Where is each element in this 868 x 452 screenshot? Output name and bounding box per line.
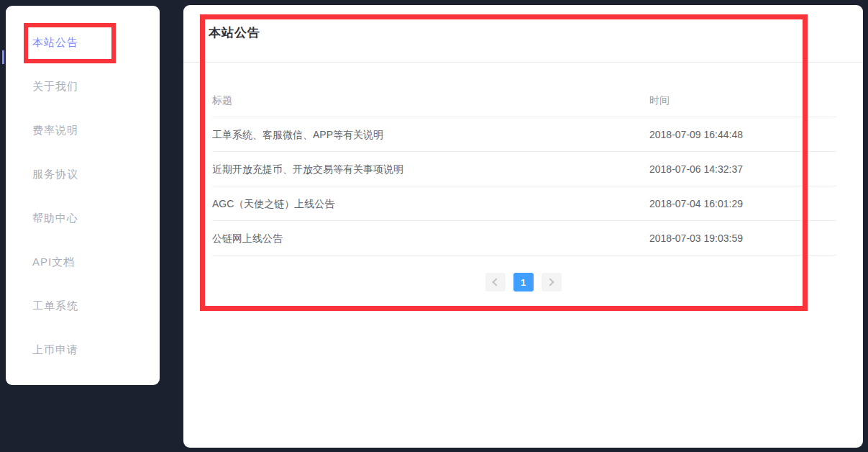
sidebar-item-label: 帮助中心 — [32, 212, 78, 224]
sidebar-item-label: 服务协议 — [32, 168, 78, 180]
column-header-time: 时间 — [649, 83, 836, 117]
sidebar-item-service-agreement[interactable]: 服务协议 — [6, 152, 160, 196]
page-title: 本站公告 — [209, 24, 260, 41]
column-header-title: 标题 — [212, 83, 649, 117]
page-number-button[interactable]: 1 — [513, 273, 534, 291]
pagination: 1 — [183, 273, 863, 291]
announcements-panel: 本站公告 标题 时间 工单系统、客服微信、APP等有关说明 2018-07-09… — [183, 5, 863, 448]
announcement-time: 2018-07-03 19:03:59 — [649, 221, 836, 255]
table-header-row: 标题 时间 — [212, 83, 836, 117]
next-page-button[interactable] — [542, 273, 562, 291]
table-row[interactable]: 公链网上线公告 2018-07-03 19:03:59 — [212, 221, 836, 256]
sidebar-item-label: API文档 — [32, 256, 75, 268]
sidebar-item-ticket-system[interactable]: 工单系统 — [6, 284, 160, 327]
sidebar-item-listing-application[interactable]: 上币申请 — [6, 327, 160, 371]
announcements-table: 标题 时间 工单系统、客服微信、APP等有关说明 2018-07-09 16:4… — [212, 83, 836, 256]
sidebar-item-about-us[interactable]: 关于我们 — [6, 64, 160, 108]
announcement-title: AGC（天使之链）上线公告 — [212, 186, 649, 220]
sidebar-item-label: 费率说明 — [32, 124, 78, 136]
announcement-time: 2018-07-09 16:44:48 — [649, 117, 836, 151]
announcement-time: 2018-07-04 16:01:29 — [649, 186, 836, 220]
table-row[interactable]: AGC（天使之链）上线公告 2018-07-04 16:01:29 — [212, 186, 836, 221]
announcement-time: 2018-07-06 14:32:37 — [649, 152, 836, 186]
table-row[interactable]: 工单系统、客服微信、APP等有关说明 2018-07-09 16:44:48 — [212, 117, 836, 152]
active-item-indicator — [2, 50, 4, 64]
table-row[interactable]: 近期开放充提币、开放交易等有关事项说明 2018-07-06 14:32:37 — [212, 152, 836, 186]
title-divider — [183, 62, 863, 63]
sidebar-item-label: 关于我们 — [32, 80, 78, 92]
sidebar-item-label: 本站公告 — [32, 36, 78, 48]
sidebar-item-api-docs[interactable]: API文档 — [6, 240, 160, 284]
sidebar-item-announcements[interactable]: 本站公告 — [6, 20, 160, 64]
announcement-title: 近期开放充提币、开放交易等有关事项说明 — [212, 152, 649, 186]
announcement-title: 工单系统、客服微信、APP等有关说明 — [212, 117, 649, 151]
sidebar-item-label: 工单系统 — [32, 299, 78, 312]
sidebar-item-fee-description[interactable]: 费率说明 — [6, 108, 160, 152]
chevron-left-icon — [492, 278, 500, 286]
prev-page-button[interactable] — [485, 273, 506, 291]
announcement-title: 公链网上线公告 — [212, 221, 649, 255]
sidebar-item-help-center[interactable]: 帮助中心 — [6, 196, 160, 240]
chevron-right-icon — [546, 278, 554, 286]
sidebar: 本站公告 关于我们 费率说明 服务协议 帮助中心 API文档 工单系统 上币申请 — [6, 6, 160, 385]
sidebar-item-label: 上币申请 — [32, 343, 78, 356]
